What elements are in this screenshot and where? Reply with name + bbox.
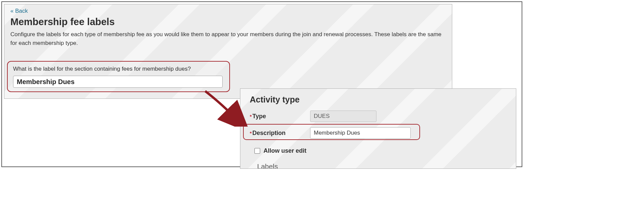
dues-section-label-input[interactable] — [13, 76, 223, 88]
description-input[interactable] — [310, 127, 411, 139]
description-row: * Description — [250, 127, 507, 139]
type-label: * Type — [250, 113, 310, 120]
page-description: Configure the labels for each type of me… — [10, 30, 446, 47]
type-row: * Type — [250, 111, 507, 122]
page-title: Membership fee labels — [10, 16, 446, 27]
outer-frame: « Back Membership fee labels Configure t… — [1, 1, 522, 167]
allow-user-edit-row[interactable]: Allow user edit — [254, 147, 507, 154]
description-label: * Description — [250, 130, 310, 137]
dues-section-question: What is the label for the section contai… — [13, 66, 224, 72]
labels-section-header: Labels — [257, 162, 507, 169]
dues-label-highlight: What is the label for the section contai… — [7, 61, 230, 92]
description-label-text: Description — [252, 130, 286, 137]
back-link[interactable]: « Back — [10, 8, 28, 14]
allow-user-edit-label: Allow user edit — [264, 147, 306, 154]
membership-fee-labels-panel: « Back Membership fee labels Configure t… — [4, 4, 452, 99]
required-asterisk-icon: * — [250, 130, 252, 136]
allow-user-edit-checkbox[interactable] — [254, 148, 260, 154]
activity-type-panel: Activity type * Type * Description Allow… — [240, 88, 516, 169]
activity-type-title: Activity type — [250, 95, 507, 104]
type-input — [310, 111, 376, 122]
required-asterisk-icon: * — [250, 114, 252, 119]
type-label-text: Type — [252, 113, 266, 120]
